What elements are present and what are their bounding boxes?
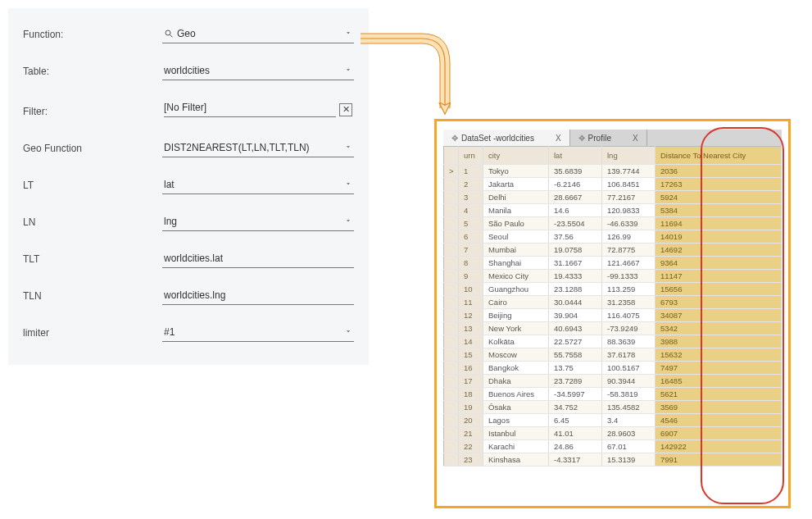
cell-urn: 19 xyxy=(459,401,483,414)
row-function: Function: Geo xyxy=(23,26,354,43)
label-ln: LN xyxy=(23,216,162,231)
table-row[interactable]: 22Karachi24.8667.01142922 xyxy=(444,440,782,453)
field-limiter[interactable]: #1 xyxy=(162,325,354,342)
col-lat[interactable]: lat xyxy=(549,147,602,165)
row-selector[interactable] xyxy=(444,204,459,217)
row-selector[interactable] xyxy=(444,230,459,244)
cell-distance: 9364 xyxy=(655,257,782,270)
cell-lat: 55.7558 xyxy=(549,348,602,362)
field-tln[interactable]: worldcities.lng xyxy=(162,288,354,305)
row-selector[interactable] xyxy=(444,244,459,257)
row-selector[interactable] xyxy=(444,283,459,296)
table-row[interactable]: 21Istanbul41.0128.96036907 xyxy=(444,427,782,440)
cell-lng: -99.1333 xyxy=(602,270,655,283)
cell-lat: 39.904 xyxy=(549,309,602,322)
chevron-down-icon xyxy=(344,216,352,227)
cell-distance: 11694 xyxy=(655,217,782,230)
cell-lat: 28.6667 xyxy=(549,191,602,204)
table-row[interactable]: 6Seoul37.56126.9914019 xyxy=(444,230,782,244)
cell-distance: 11147 xyxy=(655,270,782,283)
table-row[interactable]: 19Ōsaka34.752135.45823569 xyxy=(444,401,782,414)
field-lt[interactable]: lat xyxy=(162,177,354,194)
row-selector[interactable] xyxy=(444,414,459,427)
table-row[interactable]: 20Lagos6.453.44546 xyxy=(444,414,782,427)
field-function[interactable]: Geo xyxy=(162,26,354,43)
table-row[interactable]: 4Manila14.6120.98335384 xyxy=(444,204,782,217)
tab-label: Profile xyxy=(588,134,611,143)
field-ln[interactable]: lng xyxy=(162,214,354,231)
row-selector[interactable] xyxy=(444,427,459,440)
clear-filter-button[interactable]: ✕ xyxy=(339,103,352,116)
row-selector[interactable] xyxy=(444,375,459,388)
row-selector[interactable] xyxy=(444,335,459,348)
value-filter[interactable]: [No Filter] xyxy=(164,102,336,117)
cell-distance: 7497 xyxy=(655,362,782,375)
form-panel: Function: Geo Table: worldcities Filter:… xyxy=(8,8,369,365)
table-row[interactable]: 7Mumbai19.075872.877514692 xyxy=(444,244,782,257)
row-selector[interactable] xyxy=(444,257,459,270)
table-row[interactable]: >1Tokyo35.6839139.77442036 xyxy=(444,165,782,178)
cell-city: Kolkāta xyxy=(483,335,549,348)
close-icon[interactable]: X xyxy=(633,134,638,143)
value-lt: lat xyxy=(164,179,344,190)
cell-lat: 23.1288 xyxy=(549,283,602,296)
row-selector[interactable] xyxy=(444,309,459,322)
table-row[interactable]: 10Guangzhou23.1288113.25915656 xyxy=(444,283,782,296)
table-row[interactable]: 12Beijing39.904116.407534087 xyxy=(444,309,782,322)
table-row[interactable]: 8Shanghai31.1667121.46679364 xyxy=(444,257,782,270)
col-urn[interactable]: urn xyxy=(459,147,483,165)
col-city[interactable]: city xyxy=(483,147,549,165)
tab-dataset[interactable]: ✥DataSet -worldcities X xyxy=(443,130,570,146)
cell-distance: 17263 xyxy=(655,178,782,191)
col-lng[interactable]: lng xyxy=(602,147,655,165)
cell-city: Ōsaka xyxy=(483,401,549,414)
cell-city: Mexico City xyxy=(483,270,549,283)
table-row[interactable]: 5São Paulo-23.5504-46.633911694 xyxy=(444,217,782,230)
field-geofn[interactable]: DIST2NEAREST(LT,LN,TLT,TLN) xyxy=(162,140,354,157)
tab-profile[interactable]: ✥Profile X xyxy=(570,130,647,146)
table-row[interactable]: 18Buenos Aires-34.5997-58.38195621 xyxy=(444,388,782,401)
table-row[interactable]: 3Delhi28.666777.21675924 xyxy=(444,191,782,204)
row-selector[interactable] xyxy=(444,440,459,453)
cell-urn: 17 xyxy=(459,375,483,388)
table-row[interactable]: 23Kinshasa-4.331715.31397991 xyxy=(444,453,782,467)
field-table[interactable]: worldcities xyxy=(162,63,354,80)
row-selector[interactable] xyxy=(444,217,459,230)
table-row[interactable]: 11Cairo30.044431.23586793 xyxy=(444,296,782,309)
row-selector[interactable] xyxy=(444,178,459,191)
row-selector[interactable] xyxy=(444,322,459,335)
cell-lng: 15.3139 xyxy=(602,453,655,467)
value-ln: lng xyxy=(164,216,344,227)
row-selector[interactable] xyxy=(444,348,459,362)
row-selector[interactable] xyxy=(444,453,459,467)
row-selector[interactable] xyxy=(444,362,459,375)
row-selector[interactable]: > xyxy=(444,165,459,178)
svg-line-1 xyxy=(170,35,173,38)
table-row[interactable]: 14Kolkāta22.572788.36393988 xyxy=(444,335,782,348)
data-grid[interactable]: urn city lat lng Distance To Nearest Cit… xyxy=(443,146,782,467)
cell-urn: 3 xyxy=(459,191,483,204)
table-row[interactable]: 16Bangkok13.75100.51677497 xyxy=(444,362,782,375)
table-row[interactable]: 9Mexico City19.4333-99.133311147 xyxy=(444,270,782,283)
row-selector[interactable] xyxy=(444,296,459,309)
cell-lng: 31.2358 xyxy=(602,296,655,309)
cell-lat: 37.56 xyxy=(549,230,602,244)
cell-lng: 106.8451 xyxy=(602,178,655,191)
row-filter: Filter: [No Filter] ✕ xyxy=(23,100,354,121)
table-row[interactable]: 15Moscow55.755837.617815632 xyxy=(444,348,782,362)
row-selector[interactable] xyxy=(444,401,459,414)
cell-lat: 35.6839 xyxy=(549,165,602,178)
cell-lng: 116.4075 xyxy=(602,309,655,322)
table-row[interactable]: 13New York40.6943-73.92495342 xyxy=(444,322,782,335)
cell-lng: -73.9249 xyxy=(602,322,655,335)
row-selector[interactable] xyxy=(444,388,459,401)
row-selector[interactable] xyxy=(444,270,459,283)
cell-urn: 20 xyxy=(459,414,483,427)
row-selector[interactable] xyxy=(444,191,459,204)
table-row[interactable]: 17Dhaka23.728990.394416485 xyxy=(444,375,782,388)
cell-urn: 4 xyxy=(459,204,483,217)
field-tlt[interactable]: worldcities.lat xyxy=(162,251,354,268)
col-distance[interactable]: Distance To Nearest City xyxy=(655,147,782,165)
table-row[interactable]: 2Jakarta-6.2146106.845117263 xyxy=(444,178,782,191)
close-icon[interactable]: X xyxy=(556,134,561,143)
